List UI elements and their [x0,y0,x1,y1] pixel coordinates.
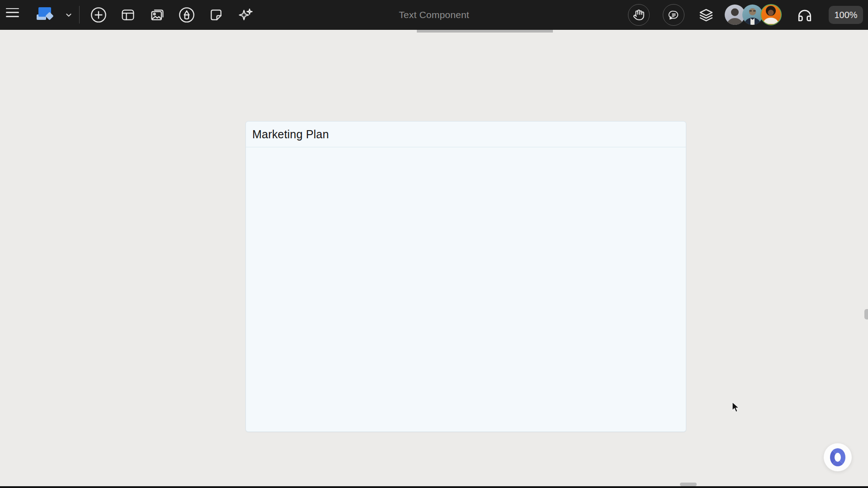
board-title-text[interactable]: Text Component [399,9,469,20]
card-body [246,147,686,432]
add-button[interactable] [89,5,108,25]
card-header: Marketing Plan [246,122,686,147]
sticky-note-icon [208,7,224,23]
layers-button[interactable] [696,5,716,25]
bottom-scrollbar-thumb[interactable] [680,483,697,486]
top-toolbar: Text Component 100% [0,0,868,30]
right-scrollbar-thumb[interactable] [864,309,868,319]
avatar-3[interactable] [760,4,782,25]
board-menu-chevron[interactable] [59,5,79,25]
zoom-level-badge[interactable]: 100% [829,6,863,24]
sparkles-icon [237,7,254,23]
sticky-note-button[interactable] [206,5,226,25]
layers-icon [698,6,715,23]
avatar-2[interactable] [742,5,763,25]
comment-icon [668,9,680,21]
menu-button[interactable] [6,5,19,20]
chevron-down-icon [64,10,74,20]
frame-button[interactable] [118,5,138,25]
headphones-icon [797,7,812,23]
app-logo[interactable] [36,7,55,22]
o-logo-icon [830,448,845,466]
hand-tool-button[interactable] [628,4,650,26]
marketing-plan-card[interactable]: Marketing Plan [245,121,686,432]
pen-circle-icon [178,6,195,23]
zoom-level-text: 100% [834,10,857,20]
toolbar-divider [79,6,80,23]
comments-button[interactable] [663,4,684,26]
collaborator-avatars [725,5,783,25]
card-title: Marketing Plan [252,128,329,141]
circle-plus-icon [90,6,107,23]
bottom-edge-strip [0,486,868,488]
image-button[interactable] [147,5,167,25]
pen-button[interactable] [177,5,197,25]
image-icon [149,7,165,23]
whiteboard-canvas[interactable]: Marketing Plan [0,30,868,488]
hand-icon [633,9,645,21]
browser-o-badge[interactable] [824,443,852,471]
audio-button[interactable] [795,5,815,25]
top-scrollbar-thumb[interactable] [417,30,553,33]
hamburger-icon [6,8,19,9]
ai-assist-button[interactable] [236,5,255,25]
frame-layout-icon [120,7,136,23]
